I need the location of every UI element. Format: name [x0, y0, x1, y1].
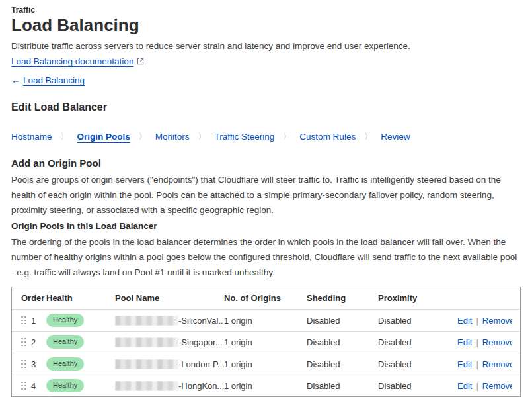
- edit-button[interactable]: Edit: [457, 337, 472, 347]
- back-link[interactable]: Load Balancing: [23, 75, 85, 85]
- status-badge: Healthy: [46, 357, 84, 371]
- shedding-value: Disabled: [307, 381, 378, 391]
- action-separator: |: [476, 337, 478, 347]
- drag-handle-icon[interactable]: [21, 360, 26, 369]
- proximity-value: Disabled: [378, 316, 457, 326]
- pool-order: 1: [31, 316, 36, 326]
- status-badge: Healthy: [46, 379, 84, 392]
- shedding-value: Disabled: [307, 316, 378, 326]
- origin-count: 1 origin: [224, 359, 307, 369]
- column-header-pool-name: Pool Name: [115, 293, 224, 303]
- origin-pools-subdescription: The ordering of the pools in the load ba…: [11, 234, 521, 280]
- chevron-right-icon: 〉: [198, 131, 206, 142]
- table-row: 3 Healthy -London-P... 1 origin Disabled…: [12, 353, 520, 375]
- chevron-right-icon: 〉: [283, 131, 291, 142]
- column-header-proximity: Proximity: [378, 293, 457, 303]
- edit-button[interactable]: Edit: [457, 316, 472, 326]
- shedding-value: Disabled: [307, 359, 378, 369]
- chevron-right-icon: 〉: [139, 131, 147, 142]
- redacted-pool-name: [115, 337, 178, 347]
- documentation-link-label: Load Balancing documentation: [11, 56, 133, 66]
- proximity-value: Disabled: [378, 381, 457, 391]
- edit-load-balancer-heading: Edit Load Balancer: [11, 101, 521, 114]
- left-arrow-icon: ←: [11, 75, 20, 86]
- add-origin-pool-heading: Add an Origin Pool: [11, 157, 521, 169]
- origin-pools-table: Order Health Pool Name No. of Origins Sh…: [11, 287, 521, 397]
- step-review[interactable]: Review: [381, 131, 410, 142]
- step-custom-rules[interactable]: Custom Rules: [299, 131, 356, 142]
- proximity-value: Disabled: [378, 337, 457, 347]
- origin-count: 1 origin: [224, 381, 307, 391]
- edit-button[interactable]: Edit: [457, 359, 472, 369]
- wizard-stepper: Hostname 〉 Origin Pools 〉 Monitors 〉 Tra…: [11, 131, 521, 142]
- step-origin-pools[interactable]: Origin Pools: [77, 131, 130, 142]
- column-header-order: Order: [21, 293, 46, 303]
- status-badge: Healthy: [46, 314, 84, 327]
- remove-button[interactable]: Remove: [482, 359, 512, 369]
- page-title: Load Balancing: [11, 15, 521, 35]
- drag-handle-icon[interactable]: [21, 382, 26, 390]
- proximity-value: Disabled: [378, 359, 457, 369]
- table-row: 4 Healthy -HongKon... 1 origin Disabled …: [12, 375, 520, 396]
- shedding-value: Disabled: [307, 337, 378, 347]
- column-header-origins: No. of Origins: [224, 293, 307, 303]
- table-row: 1 Healthy -SiliconVal... 1 origin Disabl…: [12, 309, 520, 331]
- pool-name-suffix: -SiliconVal...: [178, 316, 224, 326]
- drag-handle-icon[interactable]: [21, 316, 26, 325]
- action-separator: |: [476, 316, 478, 326]
- remove-button[interactable]: Remove: [482, 337, 512, 347]
- page-description: Distribute traffic across servers to red…: [11, 40, 521, 52]
- chevron-right-icon: 〉: [364, 131, 372, 142]
- origin-pools-subheading: Origin Pools in this Load Balancer: [11, 220, 521, 232]
- pool-name-suffix: -Singapor...: [178, 337, 223, 347]
- step-traffic-steering[interactable]: Traffic Steering: [215, 131, 275, 142]
- table-header-row: Order Health Pool Name No. of Origins Sh…: [12, 287, 520, 309]
- step-monitors[interactable]: Monitors: [155, 131, 190, 142]
- pool-order: 4: [31, 381, 36, 391]
- breadcrumb: Traffic: [11, 5, 521, 15]
- remove-button[interactable]: Remove: [482, 316, 512, 326]
- documentation-link[interactable]: Load Balancing documentation: [11, 56, 133, 66]
- redacted-pool-name: [115, 381, 178, 391]
- origin-count: 1 origin: [224, 337, 307, 347]
- add-origin-pool-description: Pools are groups of origin servers ("end…: [11, 172, 521, 218]
- table-row: 2 Healthy -Singapor... 1 origin Disabled…: [12, 331, 520, 353]
- pool-name-suffix: -London-P...: [178, 359, 224, 369]
- step-hostname[interactable]: Hostname: [11, 131, 52, 142]
- action-separator: |: [476, 381, 478, 391]
- redacted-pool-name: [115, 316, 178, 326]
- status-badge: Healthy: [46, 335, 84, 349]
- column-header-health: Health: [46, 293, 115, 303]
- action-separator: |: [476, 359, 478, 369]
- load-balancing-page: Traffic Load Balancing Distribute traffi…: [11, 5, 521, 397]
- chevron-right-icon: 〉: [61, 131, 69, 142]
- pool-order: 2: [31, 337, 36, 347]
- pool-order: 3: [31, 359, 36, 369]
- external-link-icon: [137, 56, 144, 67]
- drag-handle-icon[interactable]: [21, 338, 26, 347]
- origin-count: 1 origin: [224, 316, 307, 326]
- edit-button[interactable]: Edit: [457, 381, 472, 391]
- redacted-pool-name: [115, 359, 178, 369]
- pool-name-suffix: -HongKon...: [178, 381, 224, 391]
- remove-button[interactable]: Remove: [482, 381, 512, 391]
- column-header-shedding: Shedding: [307, 293, 378, 303]
